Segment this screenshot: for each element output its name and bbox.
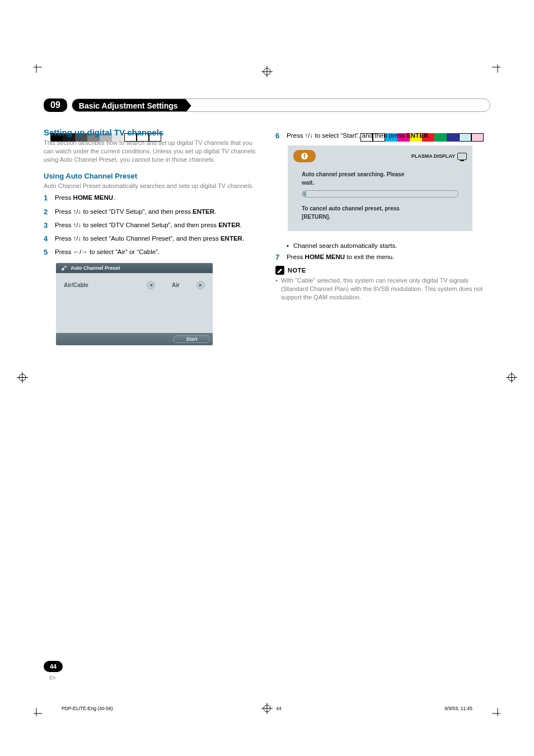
right-arrow-icon[interactable]: ►	[196, 281, 205, 289]
footer-left: PDP-ELITE-Eng (40-56)	[62, 706, 113, 711]
side-reg-right	[506, 372, 517, 384]
progress-bar	[302, 190, 458, 198]
bullet-icon: •	[287, 241, 293, 250]
step-text: Press	[287, 253, 305, 260]
footer-mid: 44	[276, 706, 281, 711]
step-number: 6	[275, 131, 287, 141]
step-bold: ENTER	[218, 222, 240, 228]
step-text: Press ↑/↓ to select “DTV Setup”, and the…	[55, 208, 193, 215]
step-7: 7 Press HOME MENU to exit the menu.	[275, 252, 490, 262]
step-bold: ENTER	[406, 132, 428, 139]
satellite-icon	[60, 265, 68, 271]
page-number: 44	[44, 661, 63, 672]
svg-rect-20	[304, 154, 305, 157]
chapter-number-pill: 09	[44, 98, 67, 112]
step-text-post: .	[214, 208, 216, 215]
panel-title: Auto Channel Preset	[71, 265, 120, 271]
step-text: Press	[55, 194, 73, 201]
step-text-post: .	[113, 194, 115, 201]
step-6: 6 Press ↑/↓ to select “Start”, and then …	[275, 131, 490, 141]
step-text: Press ↑/↓ to select “Auto Channel Preset…	[55, 235, 221, 242]
auto-channel-preset-panel: Auto Channel Preset Air/Cable ◄ Air ► St…	[56, 263, 213, 345]
dialog-line: To cancel auto channel preset, press	[302, 204, 458, 213]
section-intro: This section describes how to search and…	[44, 139, 259, 164]
start-button[interactable]: Start	[173, 335, 210, 343]
pencil-icon	[275, 266, 284, 275]
step-bold: HOME MENU	[73, 194, 114, 201]
row-label: Air/Cable	[64, 282, 88, 288]
subsection-heading: Using Auto Channel Preset	[44, 172, 259, 180]
chapter-title: Basic Adjustment Settings	[72, 99, 191, 112]
tv-icon	[457, 153, 467, 160]
side-reg-left	[17, 372, 28, 384]
note-label: NOTE	[288, 267, 306, 274]
plasma-display-label: PLASMA DISPLAY	[411, 153, 467, 160]
step-4: 4 Press ↑/↓ to select “Auto Channel Pres…	[44, 234, 259, 244]
crop-mark-bl	[34, 703, 47, 718]
section-heading: Setting up digital TV channels	[44, 128, 259, 137]
step-1: 1 Press HOME MENU.	[44, 193, 259, 203]
footer-right: 9/9/03, 11:45	[444, 706, 472, 711]
chapter-title-bar: Basic Adjustment Settings	[72, 98, 490, 112]
left-column: Setting up digital TV channels This sect…	[44, 128, 259, 351]
bullet-icon: •	[275, 276, 281, 302]
crop-mark-tr	[487, 64, 500, 79]
step-bold: ENTER	[193, 208, 214, 215]
registration-mark-bottom-icon	[261, 703, 273, 716]
note-text: With “Cable” selected, this system can r…	[281, 276, 490, 302]
step-number: 3	[44, 220, 55, 231]
subsection-intro: Auto Channel Preset automatically search…	[44, 182, 259, 190]
chapter-header: 09 Basic Adjustment Settings	[44, 98, 490, 112]
step-5: 5 Press ←/→ to select “Air” or “Cable”.	[44, 247, 259, 257]
brand-text: PLASMA DISPLAY	[411, 153, 455, 159]
warning-icon	[293, 150, 316, 162]
step-text-post: .	[240, 222, 242, 228]
step-text: Press ↑/↓ to select “Start”, and then pr…	[287, 132, 406, 139]
page-lang: En	[49, 675, 55, 680]
panel-header: Auto Channel Preset	[56, 263, 213, 273]
step-bold: ENTER	[221, 235, 242, 242]
step-number: 1	[44, 193, 55, 203]
dialog-line: Auto channel preset searching. Please	[302, 170, 458, 179]
step-3: 3 Press ↑/↓ to select “DTV Channel Setup…	[44, 220, 259, 231]
step-bold: HOME MENU	[305, 253, 345, 260]
step-number: 5	[44, 247, 55, 257]
registration-mark-icon	[261, 66, 273, 77]
left-arrow-icon[interactable]: ◄	[147, 281, 155, 289]
step-number: 2	[44, 207, 55, 217]
step-text-post: .	[428, 132, 430, 139]
search-dialog: PLASMA DISPLAY Auto channel preset searc…	[288, 145, 472, 231]
step-text: Press ↑/↓ to select “DTV Channel Setup”,…	[55, 222, 218, 228]
right-column: 6 Press ↑/↓ to select “Start”, and then …	[275, 128, 490, 351]
bullet-text: Channel search automatically starts.	[293, 241, 397, 250]
svg-rect-21	[304, 157, 305, 158]
step-text-post: to exit the menu.	[345, 253, 394, 260]
step-number: 7	[275, 252, 287, 262]
step-number: 4	[44, 234, 55, 244]
note-block: NOTE • With “Cable” selected, this syste…	[275, 266, 490, 302]
crop-mark-br	[487, 703, 500, 718]
svg-point-18	[62, 268, 64, 271]
step-text: Press ←/→ to select “Air” or “Cable”.	[55, 247, 259, 257]
row-value: Air	[155, 282, 196, 288]
dialog-line: [RETURN].	[302, 213, 458, 221]
air-cable-row: Air/Cable ◄ Air ►	[62, 280, 207, 290]
crop-mark-tl	[34, 64, 47, 79]
step-2: 2 Press ↑/↓ to select “DTV Setup”, and t…	[44, 207, 259, 217]
step-6-bullet: • Channel search automatically starts.	[287, 241, 490, 250]
step-text-post: .	[242, 235, 244, 242]
dialog-line: wait.	[302, 179, 458, 187]
